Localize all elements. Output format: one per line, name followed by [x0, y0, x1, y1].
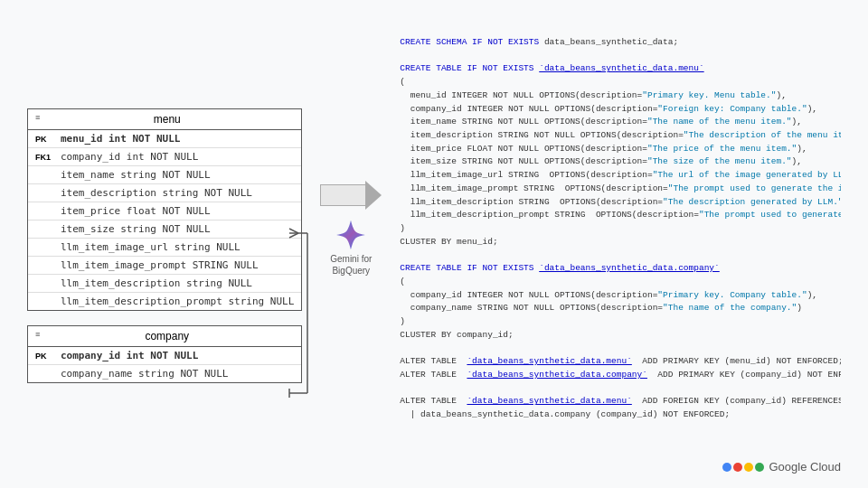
company-row-pk: PK company_id int NOT NULL — [28, 347, 301, 365]
code-line: item_description STRING NOT NULL OPTIONS… — [400, 129, 841, 143]
code-line — [400, 382, 841, 396]
arrow-section: Gemini for BigQuery — [320, 181, 382, 277]
code-line: item_size STRING NOT NULL OPTIONS(descri… — [400, 155, 841, 169]
menu-row-6: llm_item_image_prompt STRING NULL — [28, 257, 301, 275]
company-table-header: ≡ company — [28, 326, 301, 347]
company-pk-content: company_id int NOT NULL — [61, 350, 198, 361]
menu-table-header: ≡ menu — [28, 109, 301, 130]
gc-dot-yellow — [744, 463, 753, 472]
menu-row-5-content: llm_item_image_url string NULL — [61, 241, 241, 253]
code-line: llm_item_description STRING OPTIONS(desc… — [400, 196, 841, 210]
code-line: ( — [400, 76, 841, 89]
tables-section: ≡ menu PK menu_id int NOT NULL FK1 compa… — [27, 108, 302, 383]
gc-dots — [722, 463, 764, 472]
code-line: ) — [400, 222, 841, 236]
menu-row-7-content: llm_item_description string NULL — [61, 277, 252, 289]
table-icon: ≡ — [35, 113, 40, 122]
gemini-label-line1: Gemini for — [330, 254, 372, 264]
menu-pk-content: menu_id int NOT NULL — [61, 133, 180, 145]
code-line: CREATE TABLE IF NOT EXISTS `data_beans_s… — [400, 62, 841, 76]
code-line: company_name STRING NOT NULL OPTIONS(des… — [400, 302, 841, 315]
code-line: menu_id INTEGER NOT NULL OPTIONS(descrip… — [400, 89, 841, 103]
menu-row-2: item_description string NOT NULL — [28, 184, 301, 202]
gemini-label: Gemini for BigQuery — [330, 253, 372, 277]
menu-table: ≡ menu PK menu_id int NOT NULL FK1 compa… — [27, 108, 302, 311]
fk-badge: FK1 — [35, 153, 55, 162]
gemini-icon — [335, 219, 367, 251]
google-cloud-logo: Google Cloud — [722, 460, 842, 474]
code-line: llm_item_image_url STRING OPTIONS(descri… — [400, 169, 841, 183]
company-pk-badge: PK — [35, 352, 55, 361]
company-row-1: company_name string NOT NULL — [28, 365, 301, 382]
code-line: | data_beans_synthetic_data.company (com… — [400, 408, 841, 422]
gc-dot-green — [755, 463, 764, 472]
menu-fk-content: company_id int NOT NULL — [61, 151, 198, 163]
code-section: CREATE SCHEMA IF NOT EXISTS data_beans_s… — [400, 36, 841, 422]
company-table-name: company — [145, 330, 189, 343]
menu-row-4: item_size string NOT NULL — [28, 221, 301, 239]
arrow-container — [320, 181, 382, 210]
code-line: llm_item_image_prompt STRING OPTIONS(des… — [400, 183, 841, 196]
code-line: ALTER TABLE `data_beans_synthetic_data.m… — [400, 355, 841, 369]
menu-row-2-content: item_description string NOT NULL — [61, 187, 252, 199]
code-line: item_name STRING NOT NULL OPTIONS(descri… — [400, 116, 841, 129]
gemini-logo: Gemini for BigQuery — [330, 219, 372, 277]
code-line: ) — [400, 315, 841, 329]
menu-row-6-content: llm_item_image_prompt STRING NULL — [61, 259, 259, 271]
code-line: llm_item_description_prompt STRING OPTIO… — [400, 209, 841, 222]
arrow-body — [320, 184, 365, 206]
menu-row-8: llm_item_description_prompt string NULL — [28, 293, 301, 310]
menu-row-fk: FK1 company_id int NOT NULL — [28, 148, 301, 166]
code-line — [400, 343, 841, 356]
gemini-label-line2: BigQuery — [332, 266, 370, 276]
code-block: CREATE SCHEMA IF NOT EXISTS data_beans_s… — [400, 36, 841, 422]
code-line: CREATE SCHEMA IF NOT EXISTS data_beans_s… — [400, 36, 841, 50]
code-line: company_id INTEGER NOT NULL OPTIONS(desc… — [400, 289, 841, 303]
menu-row-1-content: item_name string NOT NULL — [61, 169, 211, 181]
code-line: CREATE TABLE IF NOT EXISTS `data_beans_s… — [400, 262, 841, 276]
menu-row-4-content: item_size string NOT NULL — [61, 223, 211, 235]
menu-row-1: item_name string NOT NULL — [28, 166, 301, 184]
gc-dot-blue — [722, 463, 731, 472]
code-line: CLUSTER BY company_id; — [400, 329, 841, 343]
code-line: ALTER TABLE `data_beans_synthetic_data.m… — [400, 395, 841, 408]
main-container: ≡ menu PK menu_id int NOT NULL FK1 compa… — [0, 0, 868, 488]
code-line: item_price FLOAT NOT NULL OPTIONS(descri… — [400, 143, 841, 156]
google-cloud-text: Google Cloud — [769, 460, 842, 474]
company-table: ≡ company PK company_id int NOT NULL com… — [27, 325, 302, 383]
code-line: ALTER TABLE `data_beans_synthetic_data.c… — [400, 369, 841, 382]
company-table-icon: ≡ — [35, 330, 40, 339]
menu-row-5: llm_item_image_url string NULL — [28, 239, 301, 257]
arrow-head — [365, 181, 382, 210]
code-line: ( — [400, 276, 841, 289]
code-line — [400, 249, 841, 263]
code-line: company_id INTEGER NOT NULL OPTIONS(desc… — [400, 103, 841, 117]
menu-row-pk: PK menu_id int NOT NULL — [28, 130, 301, 148]
menu-row-7: llm_item_description string NULL — [28, 275, 301, 293]
menu-row-8-content: llm_item_description_prompt string NULL — [61, 296, 294, 307]
menu-row-3-content: item_price float NOT NULL — [61, 205, 211, 217]
menu-table-name: menu — [154, 113, 181, 126]
gc-dot-red — [733, 463, 742, 472]
code-line — [400, 50, 841, 63]
code-line: CLUSTER BY menu_id; — [400, 236, 841, 249]
menu-row-3: item_price float NOT NULL — [28, 202, 301, 221]
company-row-1-content: company_name string NOT NULL — [61, 368, 228, 380]
pk-badge: PK — [35, 135, 55, 144]
